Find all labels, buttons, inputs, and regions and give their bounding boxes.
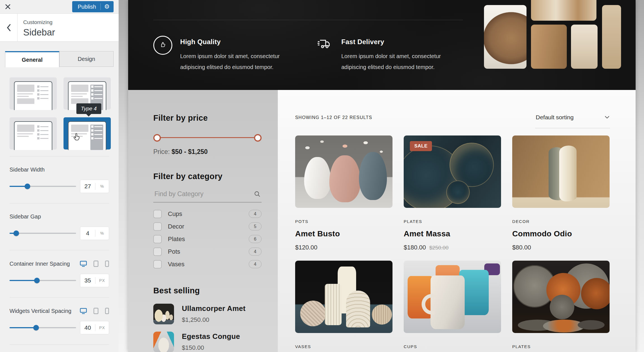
price-filter-title: Filter by price xyxy=(153,113,262,123)
product-image[interactable] xyxy=(404,261,501,333)
checkbox[interactable] xyxy=(153,210,162,218)
category-row-pots[interactable]: Pots 4 xyxy=(153,245,262,258)
tab-general[interactable]: General xyxy=(5,51,59,67)
value-number[interactable]: 4 xyxy=(80,230,95,237)
category-filter-widget: Filter by category Cups 4 xyxy=(153,172,262,270)
container-inner-spacing-value[interactable]: 35 PX xyxy=(80,274,109,287)
feature-fast-delivery: Fast Delivery Lorem ipsum dolor sit amet… xyxy=(316,36,461,73)
decor-shape xyxy=(431,275,465,329)
control-widgets-vertical-spacing: Widgets Vertical Spacing xyxy=(10,298,109,345)
product-image[interactable] xyxy=(295,135,392,208)
tablet-icon[interactable] xyxy=(93,260,99,267)
category-row-decor[interactable]: Decor 5 xyxy=(153,220,262,233)
product-card-commodo-odio[interactable]: DECOR Commodo Odio $80.00 xyxy=(512,135,610,251)
widgets-vertical-spacing-value[interactable]: 40 PX xyxy=(80,321,109,334)
mobile-icon[interactable] xyxy=(105,260,109,267)
decor-shape xyxy=(581,278,610,309)
product-thumbnail[interactable] xyxy=(153,332,174,352)
product-card-amet-massa[interactable]: SALE PLATES Amet Massa $180.00$250.00 xyxy=(404,135,501,251)
product-price: $180.00$250.00 xyxy=(404,244,501,251)
sidebar-gap-value[interactable]: 4 % xyxy=(80,227,109,240)
decor-shape xyxy=(446,180,470,204)
product-name[interactable]: Amet Massa xyxy=(404,229,501,238)
hero-divider xyxy=(153,20,463,20)
price-range-slider[interactable] xyxy=(157,137,258,138)
layout-thumbnail xyxy=(14,81,52,110)
category-filter-title: Filter by category xyxy=(153,172,262,181)
layout-option-4-selected[interactable]: Type 4 xyxy=(64,117,111,149)
desktop-icon[interactable] xyxy=(80,308,87,314)
sidebar-width-value[interactable]: 27 % xyxy=(80,180,109,193)
desktop-icon[interactable] xyxy=(80,260,87,267)
publish-button[interactable]: Publish ⚙ xyxy=(72,1,114,12)
slider-handle[interactable] xyxy=(34,278,40,283)
price-slider-min-handle[interactable] xyxy=(153,134,161,142)
sorting-value[interactable]: Default sorting xyxy=(536,114,574,121)
best-selling-list: Ullamcorper Amet $1,250.00 Egestas Congu… xyxy=(153,304,262,352)
chevron-down-icon[interactable] xyxy=(605,116,610,119)
value-unit: % xyxy=(95,231,109,236)
sorting-dropdown[interactable]: Default sorting xyxy=(535,114,610,128)
screen: Publish ⚙ Customizing Sidebar General De… xyxy=(0,0,644,352)
decor-shape xyxy=(325,284,342,325)
product-name[interactable]: Amet Busto xyxy=(295,229,392,238)
value-number[interactable]: 27 xyxy=(80,183,95,190)
checkbox[interactable] xyxy=(153,248,162,256)
control-container-inner-spacing: Container Inner Spacing xyxy=(10,250,109,298)
best-selling-title: Best selling xyxy=(153,286,262,295)
checkbox[interactable] xyxy=(153,222,162,231)
category-row-plates[interactable]: Plates 6 xyxy=(153,233,262,245)
tablet-icon[interactable] xyxy=(93,308,99,314)
product-image[interactable] xyxy=(512,261,610,333)
category-row-cups[interactable]: Cups 4 xyxy=(153,208,262,220)
category-row-vases[interactable]: Vases 4 xyxy=(153,258,262,270)
sidebar-gap-slider[interactable] xyxy=(10,233,76,234)
product-price: $120.00 xyxy=(295,244,392,251)
mobile-icon[interactable] xyxy=(105,308,109,314)
hero-collage-image xyxy=(571,25,598,69)
slider-handle[interactable] xyxy=(25,184,30,189)
best-selling-item[interactable]: Egestas Congue $150.00 xyxy=(153,332,262,352)
container-inner-spacing-slider[interactable] xyxy=(10,280,76,281)
product-card-cups[interactable]: CUPS xyxy=(404,261,501,349)
sidebar-width-slider[interactable] xyxy=(10,186,76,187)
product-image[interactable] xyxy=(512,135,610,208)
product-card-plates[interactable]: PLATES xyxy=(512,261,610,349)
tab-design[interactable]: Design xyxy=(59,51,114,67)
layout-option-3[interactable] xyxy=(10,117,57,149)
product-name[interactable]: Commodo Odio xyxy=(512,229,610,238)
price-slider-max-handle[interactable] xyxy=(254,134,262,142)
layout-option-1[interactable] xyxy=(10,77,57,110)
widgets-vertical-spacing-slider[interactable] xyxy=(10,327,76,328)
customizer-topbar: Publish ⚙ xyxy=(0,0,119,14)
product-card-vases[interactable]: VASES xyxy=(295,261,392,349)
control-sidebar-width: Sidebar Width 27 % xyxy=(10,156,109,203)
checkbox[interactable] xyxy=(153,235,162,243)
shop-page: Filter by price Price: $50 - $1,250 Filt… xyxy=(128,90,636,352)
category-search-input[interactable] xyxy=(154,190,254,198)
product-category: VASES xyxy=(295,344,392,349)
value-number[interactable]: 40 xyxy=(80,324,95,331)
value-unit: % xyxy=(95,184,109,189)
customizer-tabs: General Design xyxy=(5,51,114,67)
slider-handle[interactable] xyxy=(33,325,39,330)
count-badge: 4 xyxy=(249,210,262,218)
product-image[interactable]: SALE xyxy=(404,135,501,208)
price-range-label: Price: $50 - $1,250 xyxy=(153,148,262,156)
checkbox[interactable] xyxy=(153,260,162,268)
best-selling-item[interactable]: Ullamcorper Amet $1,250.00 xyxy=(153,304,262,324)
product-category: POTS xyxy=(295,219,392,224)
panel-title: Sidebar xyxy=(23,27,55,38)
search-icon[interactable] xyxy=(254,191,261,198)
product-image[interactable] xyxy=(295,261,392,333)
product-thumbnail[interactable] xyxy=(153,304,174,324)
layout-thumbnail xyxy=(14,121,52,150)
value-number[interactable]: 35 xyxy=(80,277,95,284)
customizer-content: Type 4 xyxy=(0,77,119,352)
product-card-amet-busto[interactable]: POTS Amet Busto $120.00 xyxy=(295,135,392,251)
back-button[interactable] xyxy=(0,14,18,41)
device-switcher xyxy=(80,308,109,314)
close-button[interactable] xyxy=(0,0,16,13)
slider-handle[interactable] xyxy=(13,230,19,236)
gear-icon[interactable]: ⚙ xyxy=(104,4,110,10)
